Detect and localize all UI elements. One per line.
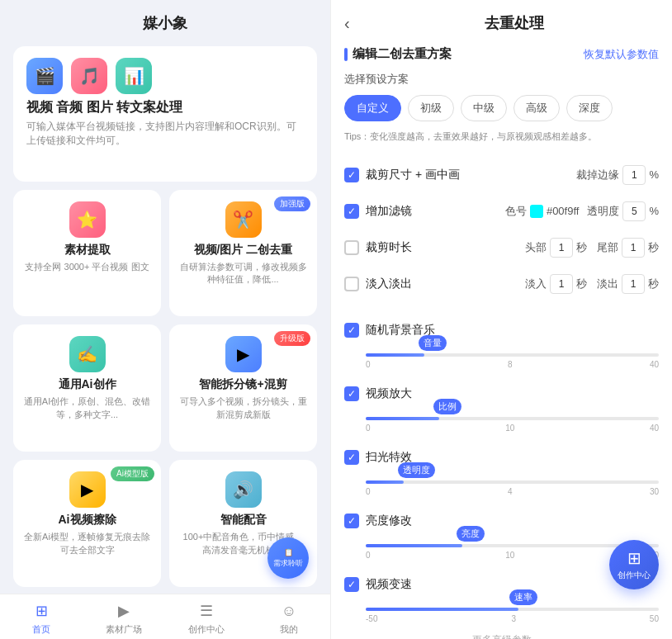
- feature-card-dedup[interactable]: 加强版 ✂️ 视频/图片 二创去重 自研算法参数可调，修改视频多种特征值，降低.…: [169, 190, 317, 317]
- home-icon: ⊞: [31, 601, 51, 621]
- tab-deep[interactable]: 深度: [566, 95, 613, 121]
- filter-opacity-label: 透明度: [587, 204, 619, 219]
- section-title: 编辑二创去重方案: [344, 46, 452, 62]
- zoom-max: 40: [650, 424, 659, 433]
- fab-label: 需求聆听: [273, 558, 303, 569]
- zoom-thumb-label: 比例: [433, 399, 461, 414]
- label-speed: 视频变速: [366, 577, 412, 592]
- filter-color-label: 色号: [505, 204, 527, 219]
- brightness-min: 0: [366, 551, 371, 560]
- right-header: ‹ 去重处理: [331, 0, 672, 40]
- checkbox-crop[interactable]: ✓: [344, 168, 359, 182]
- split-desc: 可导入多个视频，拆分镜头，重新混剪成新版: [179, 395, 307, 421]
- trim-tail-value[interactable]: 1: [622, 238, 645, 258]
- right-title: 去重处理: [369, 13, 659, 33]
- nav-materials-label: 素材广场: [106, 623, 142, 636]
- zoom-current: 10: [505, 424, 514, 433]
- feature-card-ai-create[interactable]: ✍️ 通用Ai创作 通用AI创作，原创、混色、改错等，多种文字...: [13, 324, 161, 452]
- checkbox-speed[interactable]: ✓: [344, 577, 359, 592]
- trim-head-label: 头部: [525, 240, 547, 255]
- trim-head-unit: 秒: [576, 240, 587, 255]
- tab-mid[interactable]: 中级: [461, 95, 507, 121]
- filter-opacity-value[interactable]: 5: [622, 201, 646, 221]
- nav-profile[interactable]: ☺ 我的: [248, 601, 330, 636]
- create-label: 创作中心: [618, 570, 651, 581]
- fade-in-label: 淡入: [525, 277, 547, 291]
- slider-speed-track[interactable]: 速率 -50 3 50: [366, 608, 659, 623]
- checkbox-trim[interactable]: [344, 240, 359, 255]
- label-fade: 淡入淡出: [366, 277, 412, 291]
- back-button[interactable]: ‹: [344, 14, 369, 33]
- split-icon: ▶: [225, 336, 262, 372]
- wide-card-icons: 🎬 🎵 📊: [26, 58, 152, 94]
- right-filter: 色号 #00f9ff 透明度 5 %: [505, 201, 659, 221]
- label-zoom: 视频放大: [366, 386, 412, 401]
- row-zoom: ✓ 视频放大: [331, 372, 672, 409]
- fade-in-unit: 秒: [576, 277, 587, 291]
- tab-custom[interactable]: 自定义: [344, 95, 401, 121]
- feature-card-dubbing[interactable]: 🔊 智能配音 100+中配音角色，币中情感、高清发音毫无机械感 📋 需求聆听: [169, 460, 317, 587]
- nav-home-label: 首页: [32, 623, 50, 636]
- fade-out-value[interactable]: 1: [622, 274, 645, 294]
- feature-card-split[interactable]: 升级版 ▶ 智能拆分镜+混剪 可导入多个视频，拆分镜头，重新混剪成新版: [169, 324, 317, 452]
- bgm-thumb-label: 音量: [419, 335, 447, 351]
- light-max: 30: [650, 487, 659, 496]
- nav-profile-label: 我的: [280, 623, 298, 636]
- trim-head-value[interactable]: 1: [550, 238, 573, 258]
- fade-in-value[interactable]: 1: [550, 274, 573, 294]
- slider-bgm-track[interactable]: 音量 0 8 40: [366, 353, 659, 369]
- preset-label: 选择预设方案: [331, 69, 672, 90]
- wide-feature-card[interactable]: 🎬 🎵 📊 视频 音频 图片 转文案处理 可输入媒体平台视频链接，支持图片内容理…: [13, 46, 317, 182]
- create-center-button[interactable]: ⊞ 创作中心: [609, 540, 659, 589]
- checkbox-brightness[interactable]: ✓: [344, 514, 359, 528]
- fab-listen-button[interactable]: 📋 需求聆听: [267, 537, 309, 579]
- tab-advanced[interactable]: 高级: [513, 95, 560, 121]
- filter-hex: #00f9ff: [547, 205, 580, 217]
- erase-title: Ai视频擦除: [59, 513, 116, 528]
- nav-create-label: 创作中心: [188, 623, 225, 636]
- checkbox-zoom[interactable]: ✓: [344, 386, 359, 401]
- checkbox-light[interactable]: ✓: [344, 450, 359, 465]
- label-trim: 裁剪时长: [366, 240, 412, 255]
- right-trim: 头部 1 秒 尾部 1 秒: [525, 238, 659, 258]
- feature-grid: 🎬 🎵 📊 视频 音频 图片 转文案处理 可输入媒体平台视频链接，支持图片内容理…: [0, 40, 330, 594]
- row-bgm: ✓ 随机背景音乐: [331, 309, 672, 345]
- ai-create-icon: ✍️: [69, 336, 106, 372]
- reset-button[interactable]: 恢复默认参数值: [584, 47, 659, 62]
- crop-unit: %: [649, 168, 659, 181]
- checkbox-bgm[interactable]: ✓: [344, 323, 359, 338]
- slider-zoom-track[interactable]: 比例 0 10 40: [366, 417, 659, 433]
- light-current: 4: [508, 487, 513, 496]
- slider-light: 透明度 0 4 30: [331, 472, 672, 499]
- feature-card-erase[interactable]: Ai模型版 ▶ Ai视频擦除 全新Ai模型，逐帧修复无痕去除可去全部文字: [13, 460, 161, 587]
- color-dot[interactable]: [530, 205, 543, 218]
- dedup-badge: 加强版: [274, 196, 310, 211]
- crop-right-label: 裁掉边缘: [576, 168, 619, 182]
- bgm-min: 0: [366, 360, 371, 369]
- nav-materials[interactable]: ▶ 素材广场: [83, 601, 165, 636]
- split-title: 智能拆分镜+混剪: [199, 377, 286, 392]
- light-min: 0: [366, 487, 371, 496]
- slider-light-track[interactable]: 透明度 0 4 30: [366, 480, 659, 496]
- nav-create[interactable]: ☰ 创作中心: [165, 601, 248, 636]
- checkbox-filter[interactable]: ✓: [344, 204, 359, 219]
- checkbox-fade[interactable]: [344, 277, 359, 291]
- dedup-icon: ✂️: [225, 201, 262, 238]
- row-crop: ✓ 裁剪尺寸 + 画中画 裁掉边缘 1 %: [331, 157, 672, 193]
- erase-badge: Ai模型版: [111, 466, 154, 481]
- dedup-title: 视频/图片 二创去重: [194, 243, 293, 258]
- dedup-desc: 自研算法参数可调，修改视频多种特征值，降低...: [179, 261, 307, 286]
- crop-value[interactable]: 1: [622, 165, 646, 185]
- speed-min: -50: [366, 614, 377, 623]
- zoom-min: 0: [366, 424, 371, 433]
- nav-home[interactable]: ⊞ 首页: [0, 601, 83, 636]
- speed-thumb-label: 速率: [509, 589, 537, 605]
- slider-zoom: 比例 0 10 40: [331, 409, 672, 436]
- right-crop: 裁掉边缘 1 %: [576, 165, 659, 185]
- bgm-current: 8: [508, 360, 513, 369]
- tab-beginner[interactable]: 初级: [408, 95, 454, 121]
- profile-icon: ☺: [279, 601, 299, 621]
- feature-card-extract[interactable]: ⭐ 素材提取 支持全网 3000+ 平台视频 图文: [13, 190, 161, 317]
- slider-bgm: 音量 0 8 40: [331, 345, 672, 372]
- preset-tabs: 自定义 初级 中级 高级 深度: [331, 90, 672, 126]
